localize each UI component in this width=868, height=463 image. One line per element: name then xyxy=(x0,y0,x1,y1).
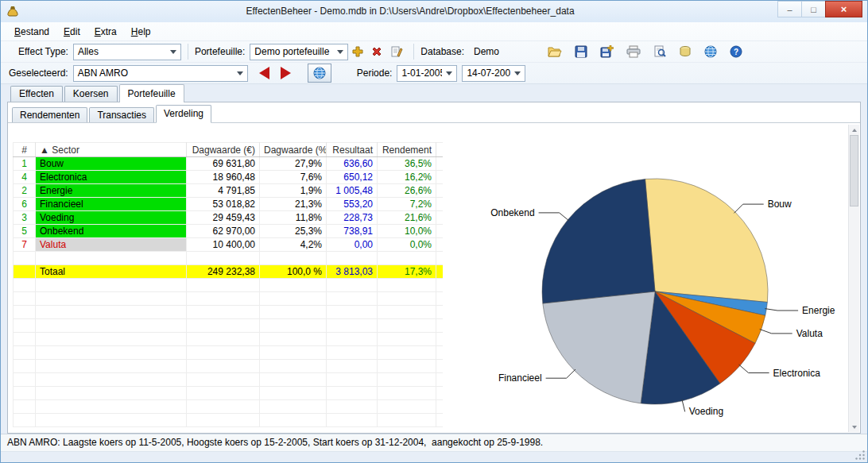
table-cell[interactable]: 36,5% xyxy=(378,157,436,171)
table-cell[interactable]: 228,73 xyxy=(327,211,378,225)
export-button[interactable] xyxy=(676,44,694,60)
table-cell[interactable]: 26,6% xyxy=(378,184,436,198)
table-cell[interactable]: Financieel xyxy=(36,198,187,211)
table-cell[interactable]: 6 xyxy=(14,198,36,211)
table-cell[interactable]: 21,6% xyxy=(378,211,436,225)
table-cell[interactable]: Electronica xyxy=(36,171,187,184)
delete-portefeuille-button[interactable] xyxy=(369,44,385,59)
table-cell[interactable]: 0,00 xyxy=(327,238,378,252)
column-header[interactable]: # xyxy=(14,143,36,157)
table-cell[interactable]: 2 xyxy=(14,184,36,198)
table-cell[interactable]: 69 631,80 xyxy=(187,157,260,171)
table-cell[interactable]: 18 960,48 xyxy=(187,171,260,184)
table-cell[interactable]: 650,12 xyxy=(327,171,378,184)
table-cell xyxy=(260,400,327,414)
table-cell[interactable]: 738,91 xyxy=(327,225,378,238)
tab-rendementen[interactable]: Rendementen xyxy=(12,107,87,122)
table-cell[interactable]: 5 xyxy=(14,225,36,238)
scroll-down-button[interactable] xyxy=(849,422,859,432)
tab-effecten[interactable]: Effecten xyxy=(10,86,63,102)
help-button[interactable]: ? xyxy=(727,44,745,60)
table-row[interactable]: 6Financieel53 018,8221,3%553,207,2% xyxy=(14,198,444,211)
table-cell xyxy=(378,319,436,333)
next-button[interactable] xyxy=(277,65,294,81)
print-preview-button[interactable] xyxy=(651,44,668,60)
toolbar-icon-group: ? xyxy=(544,44,746,60)
table-cell[interactable]: 10 400,00 xyxy=(187,238,260,252)
table-cell[interactable]: 1,9% xyxy=(260,184,327,198)
table-cell[interactable]: 16,2% xyxy=(378,171,436,184)
tab-koersen[interactable]: Koersen xyxy=(64,86,118,102)
column-header[interactable]: ▲ Sector xyxy=(36,143,187,157)
table-cell[interactable]: Valuta xyxy=(36,238,187,252)
vertical-scrollbar[interactable] xyxy=(848,125,859,432)
open-button[interactable] xyxy=(545,44,564,60)
table-cell[interactable]: 7,2% xyxy=(378,198,436,211)
geselecteerd-select[interactable]: ABN AMRO xyxy=(73,65,248,82)
scroll-up-button[interactable] xyxy=(849,125,859,135)
table-cell[interactable]: Onbekend xyxy=(36,225,187,238)
table-cell[interactable]: 53 018,82 xyxy=(187,198,260,211)
table-row[interactable]: 2Energie4 791,851,9%1 005,4826,6% xyxy=(14,184,444,198)
column-header[interactable]: Rendement xyxy=(378,143,436,157)
table-cell[interactable]: 25,3% xyxy=(260,225,327,238)
table-cell[interactable]: 553,20 xyxy=(327,198,378,211)
table-cell[interactable]: 1 xyxy=(14,157,36,171)
menu-extra[interactable]: Extra xyxy=(87,24,124,40)
table-cell[interactable]: Voeding xyxy=(36,211,187,225)
table-cell[interactable]: Energie xyxy=(36,184,187,198)
table-cell[interactable]: 62 970,00 xyxy=(187,225,260,238)
edit-portefeuille-button[interactable] xyxy=(388,44,405,60)
tab-transacties[interactable]: Transacties xyxy=(89,107,154,122)
table-row[interactable]: 3Voeding29 459,4311,8%228,7321,6% xyxy=(14,211,444,225)
title-bar[interactable]: EffectenBeheer - Demo.mdb in D:\Users\An… xyxy=(1,1,867,22)
table-cell[interactable]: 10,0% xyxy=(378,225,436,238)
menu-bestand[interactable]: Bestand xyxy=(7,24,56,40)
column-header[interactable]: Dagwaarde (€) xyxy=(187,143,260,157)
table-cell[interactable]: 3 xyxy=(14,211,36,225)
table-cell[interactable]: 21,3% xyxy=(260,198,327,211)
table-cell[interactable]: 1 005,48 xyxy=(327,184,378,198)
previous-button[interactable] xyxy=(256,65,273,81)
table-row[interactable]: 4Electronica18 960,487,6%650,1216,2% xyxy=(14,171,444,184)
scroll-thumb[interactable] xyxy=(850,135,858,206)
print-button[interactable] xyxy=(624,44,643,60)
add-portefeuille-button[interactable] xyxy=(350,44,366,59)
table-cell xyxy=(187,387,260,400)
table-row[interactable]: 1Bouw69 631,8027,9%636,6036,5% xyxy=(14,157,444,171)
internet-update-button[interactable] xyxy=(308,64,331,83)
table-cell[interactable]: 4 xyxy=(14,171,36,184)
table-cell[interactable]: Bouw xyxy=(36,157,187,171)
maximize-button[interactable]: □ xyxy=(801,1,826,17)
tab-portefeuille[interactable]: Portefeuille xyxy=(119,84,184,102)
pie-label-financieel: Financieel xyxy=(498,372,542,384)
close-button[interactable]: × xyxy=(825,1,862,17)
table-row[interactable]: 5Onbekend62 970,0025,3%738,9110,0% xyxy=(14,225,444,238)
resize-grip-icon[interactable] xyxy=(855,450,866,461)
empty-row xyxy=(14,319,444,333)
table-cell[interactable]: 7,6% xyxy=(260,171,327,184)
table-cell[interactable]: 27,9% xyxy=(260,157,327,171)
table-row[interactable]: 7Valuta10 400,004,2%0,000,0% xyxy=(14,238,444,252)
column-header[interactable]: Resultaat xyxy=(327,143,378,157)
tab-verdeling[interactable]: Verdeling xyxy=(156,105,211,123)
table-cell[interactable]: 0,0% xyxy=(378,238,436,252)
table-cell[interactable]: 4 791,85 xyxy=(187,184,260,198)
save-new-button[interactable] xyxy=(598,44,616,60)
table-cell[interactable]: 11,8% xyxy=(260,211,327,225)
effect-type-select[interactable]: Alles xyxy=(73,44,181,60)
portefeuille-select[interactable]: Demo portefeuille xyxy=(250,44,348,60)
periode-to-select[interactable]: 14-07-2005 xyxy=(462,65,525,82)
dropdown-arrow-icon xyxy=(237,71,243,75)
periode-from-select[interactable]: 1-01-2005 xyxy=(397,65,457,82)
menu-edit[interactable]: Edit xyxy=(56,24,87,40)
table-cell[interactable]: 29 459,43 xyxy=(187,211,260,225)
save-button[interactable] xyxy=(572,44,590,60)
table-cell[interactable]: 636,60 xyxy=(327,157,378,171)
web-button[interactable] xyxy=(702,44,719,60)
table-cell[interactable]: 7 xyxy=(14,238,36,252)
menu-help[interactable]: Help xyxy=(124,24,158,40)
table-cell[interactable]: 4,2% xyxy=(260,238,327,252)
minimize-button[interactable]: – xyxy=(777,1,802,17)
column-header[interactable]: Dagwaarde (%) xyxy=(260,143,327,157)
